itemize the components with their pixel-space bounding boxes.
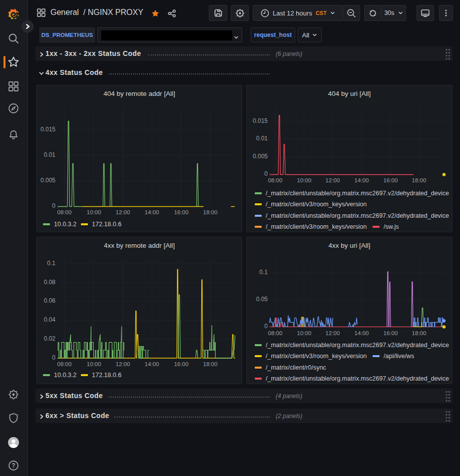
- svg-text:?: ?: [11, 462, 15, 469]
